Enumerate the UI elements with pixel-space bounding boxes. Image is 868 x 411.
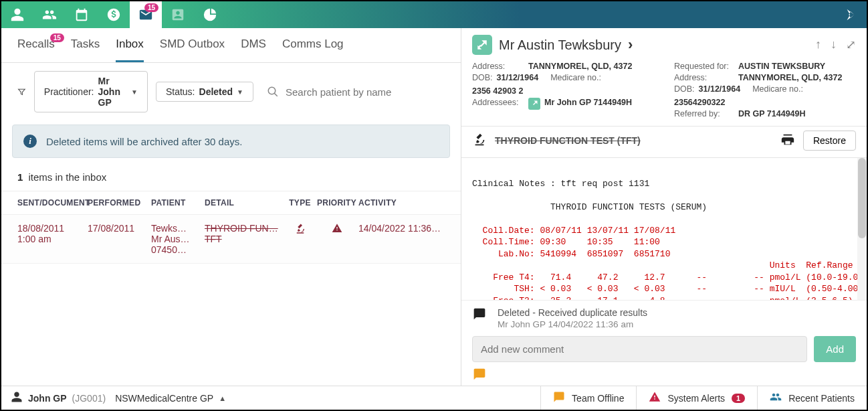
search-input[interactable] [284,86,445,98]
patients-icon [770,391,782,405]
footer-user[interactable]: John GP (JG001) NSWMedicalCentre GP ▲ [1,391,235,405]
report-line: Free T4: 71.4 47.2 12.7 -- -- pmol/L (10… [472,272,863,282]
report-body: Clinical Notes : tft req post i131 THYRO… [461,158,867,300]
patient-line: Mr Aus… [151,234,205,244]
info-banner: i Deleted items will be archived after 3… [12,125,450,158]
footer-alerts[interactable]: System Alerts 1 [636,386,757,410]
inbox-count: 1 items in the inbox [1,166,461,191]
next-arrow-icon[interactable]: ↓ [831,37,837,52]
val: Mr John GP 7144949H [544,98,632,110]
th-detail[interactable]: DETAIL [205,198,285,208]
tab-label: Recalls [17,37,55,50]
th-patient[interactable]: PATIENT [151,198,205,208]
val: 31/12/1964 [699,84,741,94]
nav-contacts-icon[interactable] [162,1,194,28]
th-type[interactable]: TYPE [285,198,315,208]
th-performed[interactable]: PERFORMED [88,198,151,208]
document-bar: THYROID FUNCTION TEST (TFT) Restore [461,126,867,158]
th-activity[interactable]: ACTIVITY [358,198,445,208]
detail-header: Mr Austin Tewksbury › ↑ ↓ ⤢ Address:TANN… [461,28,867,126]
type-icon-cell [285,223,315,255]
chevron-down-icon: ▼ [131,88,138,96]
addressee-link-icon[interactable] [528,98,540,110]
tab-comms-log[interactable]: Comms Log [282,37,344,62]
scrollbar-track[interactable] [857,158,867,300]
user-icon [11,391,23,405]
chevron-up-icon: ▲ [219,394,226,402]
nav-reports-icon[interactable] [194,1,226,28]
priority-icon-cell [315,223,358,255]
alert-icon [649,391,661,405]
tab-recalls-badge: 15 [50,33,64,42]
tab-label: Tasks [71,37,100,50]
info-banner-text: Deleted items will be archived after 30 … [46,136,242,147]
lbl: Address: [674,73,734,82]
th-sent[interactable]: SENT/DOCUMENT [17,198,88,208]
footer-recent-label: Recent Patients [788,393,855,404]
nav-user-icon[interactable] [1,1,33,28]
inbox-pane: Recalls 15 Tasks Inbox SMD Outbox DMS Co… [1,28,461,386]
tab-label: SMD Outbox [160,37,225,50]
patient-title: Mr Austin Tewksbury [499,37,621,53]
val: TANNYMOREL, QLD, 4372 [528,62,632,71]
tab-inbox[interactable]: Inbox [116,37,144,62]
nav-billing-icon[interactable] [98,1,130,28]
comments-section: Deleted - Received duplicate results Mr … [461,300,867,386]
practitioner-filter[interactable]: Practitioner: Mr John GP ▼ [34,71,148,112]
table-header: SENT/DOCUMENT PERFORMED PATIENT DETAIL T… [1,191,461,215]
filter-icon[interactable] [17,86,26,97]
document-title: THYROID FUNCTION TEST (TFT) [495,135,641,146]
svg-line-1 [274,93,278,96]
tab-label: Comms Log [282,37,344,50]
tab-tasks[interactable]: Tasks [71,37,100,62]
chat-icon [553,391,565,405]
filter-value: Mr John GP [98,76,128,108]
lbl: Referred by: [674,109,734,118]
footer-centre: NSWMedicalCentre GP [115,393,213,404]
report-line: Clinical Notes : tft req post i131 [472,179,649,189]
expand-icon[interactable]: ⤢ [846,37,856,52]
new-comment-input[interactable] [472,336,807,362]
report-line: Units Ref.Range [472,260,853,270]
patient-line: Tewks… [151,223,205,234]
sent-time: 1:00 am [17,234,88,244]
detail-pane: Mr Austin Tewksbury › ↑ ↓ ⤢ Address:TANN… [461,28,867,386]
patient-link-icon[interactable] [472,35,492,55]
tab-recalls[interactable]: Recalls 15 [17,37,55,62]
tab-dms[interactable]: DMS [241,37,266,62]
val: 31/12/1964 [497,73,539,82]
pending-comment-icon[interactable] [472,367,856,383]
footer-alerts-count: 1 [732,394,745,403]
tab-smd-outbox[interactable]: SMD Outbox [160,37,225,62]
lbl: DOB: [472,73,493,82]
restore-button[interactable]: Restore [803,131,856,151]
lbl: Addressees: [472,98,524,110]
scrollbar-thumb[interactable] [858,158,866,238]
footer-recent[interactable]: Recent Patients [757,386,867,410]
footer-alerts-label: System Alerts [667,393,725,404]
nav-calendar-icon[interactable] [66,1,98,28]
count-suffix: items in the inbox [29,171,107,183]
chevron-right-icon[interactable]: › [628,36,633,54]
footer-team[interactable]: Team Offline [540,386,636,410]
prev-arrow-icon[interactable]: ↑ [815,37,821,52]
report-line: Coll.Date: 08/07/11 13/07/11 17/08/11 [472,226,675,236]
patient-meta-right: Requested for:AUSTIN TEWKSBURY Address:T… [674,62,856,120]
print-icon[interactable] [780,133,795,149]
activity-text: 14/04/2022 11:36… [358,223,445,255]
table-row[interactable]: 18/08/2011 1:00 am 17/08/2011 Tewks… Mr … [1,215,461,264]
report-line: Free T3: 25.3 17.1 4.8 -- -- pmol/L (3.5… [472,296,853,300]
nav-inbox-icon[interactable]: 15 [130,1,162,28]
tab-label: DMS [241,37,266,50]
nav-brand-icon[interactable] [835,1,867,28]
detail-line: TFT [205,234,285,244]
search-icon [267,86,279,98]
report-line: THYROID FUNCTION TESTS (SERUM) [472,202,707,212]
comment-row: Deleted - Received duplicate results Mr … [472,307,856,329]
status-filter[interactable]: Status: Deleted ▼ [156,82,253,102]
chevron-down-icon: ▼ [237,88,243,96]
add-comment-button[interactable]: Add [814,336,856,362]
th-priority[interactable]: PRIORITY [315,198,358,208]
nav-patients-icon[interactable] [33,1,66,28]
footer-user-name: John GP [28,393,67,404]
